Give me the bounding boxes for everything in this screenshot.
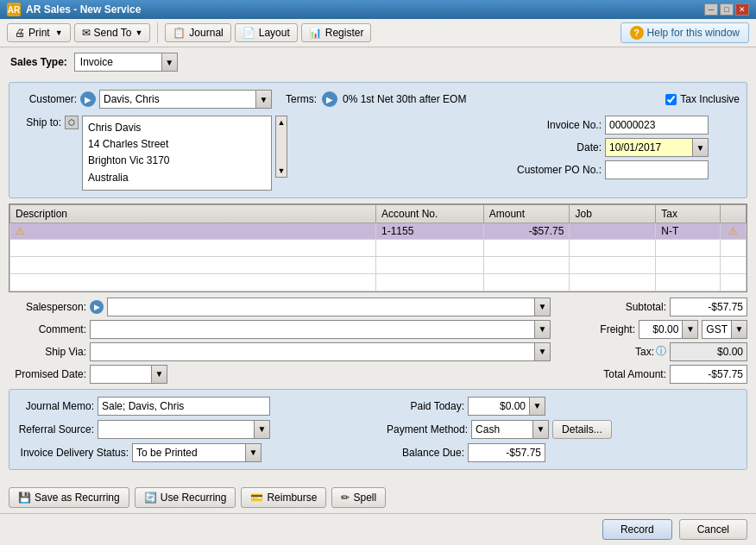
table-row-empty-2[interactable]	[10, 256, 747, 273]
print-button[interactable]: 🖨 Print ▼	[7, 23, 71, 42]
save-recurring-button[interactable]: 💾 Save as Recurring	[9, 487, 129, 508]
line-items-table: Description Account No. Amount Job Tax ⚠…	[9, 204, 747, 291]
ship-to-icon[interactable]: ⬡	[65, 116, 79, 129]
line-items-container: Description Account No. Amount Job Tax ⚠…	[9, 204, 747, 292]
address-scrollbar[interactable]: ▲ ▼	[275, 116, 287, 178]
send-to-icon: ✉	[82, 27, 91, 39]
referral-dropdown[interactable]: ▼	[254, 421, 269, 438]
send-to-label: Send To	[94, 27, 132, 39]
terms-nav-arrow[interactable]: ▶	[322, 91, 337, 107]
invoice-date-combo[interactable]: 10/01/2017 ▼	[605, 138, 709, 157]
row-amount[interactable]: -$57.75	[483, 222, 570, 239]
terms-label: Terms:	[286, 93, 317, 105]
tax-value	[670, 342, 747, 361]
invoice-number-input[interactable]	[605, 116, 709, 135]
payment-method-combo[interactable]: Cash ▼	[471, 420, 549, 439]
reimburse-button[interactable]: 💳 Reimburse	[241, 487, 326, 508]
invoice-date-value: 10/01/2017	[606, 141, 692, 153]
customer-value: Davis, Chris	[100, 93, 255, 105]
table-row-empty-3[interactable]	[10, 273, 747, 291]
spell-button[interactable]: ✏ Spell	[331, 487, 386, 508]
invoice-date-row: Date: 10/01/2017 ▼	[515, 138, 740, 157]
customer-nav-arrow[interactable]: ▶	[80, 91, 96, 107]
comment-dropdown[interactable]: ▼	[534, 321, 550, 338]
row-account[interactable]: 1-1155	[376, 222, 484, 239]
subtotal-value[interactable]	[670, 298, 747, 316]
invoice-date-label: Date:	[515, 141, 602, 153]
send-to-button[interactable]: ✉ Send To ▼	[74, 23, 151, 42]
journal-label: Journal	[189, 27, 223, 39]
comment-label: Comment:	[9, 323, 86, 335]
invoice-number-label: Invoice No.:	[515, 119, 602, 131]
recurring-buttons-area: 💾 Save as Recurring 🔄 Use Recurring 💳 Re…	[0, 482, 756, 513]
tax-info-icon[interactable]: ⓘ	[656, 344, 666, 359]
freight-dropdown[interactable]: ▼	[682, 321, 697, 338]
lower-right: Paid Today: $0.00 ▼ Payment Method: Cash…	[387, 397, 740, 462]
paid-combo[interactable]: $0.00 ▼	[468, 397, 545, 416]
table-row-empty-1[interactable]	[10, 239, 747, 256]
salesperson-nav[interactable]: ▶	[90, 300, 104, 314]
record-button[interactable]: Record	[602, 519, 672, 540]
spell-icon: ✏	[341, 492, 350, 504]
cancel-button[interactable]: Cancel	[679, 519, 747, 540]
sales-type-combo[interactable]: Invoice ▼	[74, 53, 178, 72]
minimize-button[interactable]: ─	[704, 3, 718, 16]
help-icon: ?	[630, 26, 644, 40]
maximize-button[interactable]: □	[720, 3, 734, 16]
promised-date-row: Promised Date: ▼	[9, 365, 551, 384]
use-recurring-button[interactable]: 🔄 Use Recurring	[135, 487, 236, 508]
salesperson-dropdown[interactable]: ▼	[534, 298, 550, 316]
help-label: Help for this window	[647, 27, 740, 39]
table-row[interactable]: ⚠ 1-1155 -$57.75 N-T ⚠	[10, 222, 747, 239]
freight-combo[interactable]: $0.00 ▼	[639, 320, 698, 339]
col-amount: Amount	[483, 204, 570, 222]
close-button[interactable]: ✕	[735, 3, 749, 16]
print-dropdown-arrow[interactable]: ▼	[55, 28, 63, 37]
paid-today-row: Paid Today: $0.00 ▼	[387, 397, 740, 416]
lower-panel: Journal Memo: Referral Source: ▼ Invoice…	[9, 389, 747, 470]
paid-dropdown[interactable]: ▼	[529, 398, 545, 415]
gst-dropdown[interactable]: ▼	[731, 321, 747, 338]
table-header-row: Description Account No. Amount Job Tax	[10, 204, 747, 222]
salesperson-combo[interactable]: ▼	[107, 298, 551, 316]
total-label: Total Amount:	[589, 368, 666, 380]
window-title: AR Sales - New Service	[26, 3, 704, 16]
invoice-po-input[interactable]	[605, 160, 709, 179]
promised-date-combo[interactable]: ▼	[90, 365, 167, 384]
total-value[interactable]	[670, 365, 747, 384]
customer-dropdown-arrow[interactable]: ▼	[255, 91, 271, 108]
referral-combo[interactable]: ▼	[98, 420, 270, 439]
layout-button[interactable]: 📄 Layout	[235, 23, 298, 42]
row-job[interactable]	[570, 222, 656, 239]
payment-dropdown[interactable]: ▼	[532, 421, 548, 438]
help-button[interactable]: ? Help for this window	[621, 22, 749, 43]
ship-invoice-row: Ship to: ⬡ Chris Davis 14 Charles Street…	[16, 116, 740, 191]
row-description[interactable]: ⚠	[10, 222, 376, 239]
delivery-combo[interactable]: To be Printed ▼	[132, 443, 261, 462]
ship-via-combo[interactable]: ▼	[90, 342, 551, 361]
journal-memo-input[interactable]	[98, 397, 270, 416]
terms-value: 0% 1st Net 30th after EOM	[343, 93, 466, 105]
journal-icon: 📋	[173, 27, 186, 39]
gst-combo[interactable]: GST ▼	[702, 320, 747, 339]
details-button[interactable]: Details...	[552, 420, 612, 439]
row-tax[interactable]: N-T	[656, 222, 721, 239]
delivery-dropdown[interactable]: ▼	[245, 444, 261, 461]
ship-to-group: Ship to: ⬡ Chris Davis 14 Charles Street…	[16, 116, 498, 191]
customer-combo[interactable]: Davis, Chris ▼	[99, 90, 272, 109]
title-bar-buttons: ─ □ ✕	[704, 3, 749, 16]
sales-type-label: Sales Type:	[10, 56, 67, 68]
date-picker-button[interactable]: ▼	[692, 139, 708, 156]
ship-via-dropdown[interactable]: ▼	[534, 343, 550, 360]
register-button[interactable]: 📊 Register	[301, 23, 372, 42]
invoice-number-row: Invoice No.:	[515, 116, 740, 135]
comment-combo[interactable]: ▼	[90, 320, 551, 339]
col-description: Description	[10, 204, 376, 222]
ship-via-label: Ship Via:	[9, 346, 86, 358]
tax-inclusive-checkbox[interactable]	[665, 94, 677, 105]
journal-memo-row: Journal Memo:	[16, 397, 369, 416]
sales-type-arrow[interactable]: ▼	[161, 53, 177, 71]
register-icon: 📊	[309, 27, 322, 39]
promised-date-arrow[interactable]: ▼	[151, 366, 167, 383]
journal-button[interactable]: 📋 Journal	[165, 23, 230, 42]
